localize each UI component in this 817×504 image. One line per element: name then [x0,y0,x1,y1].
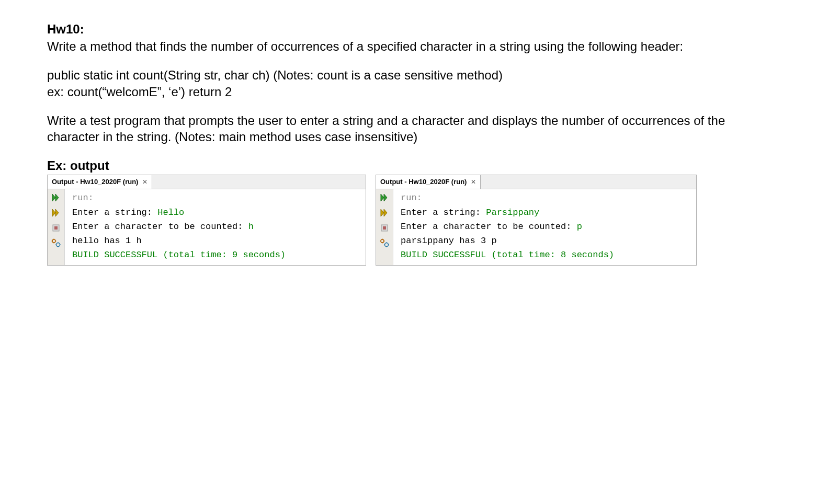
build-status: BUILD SUCCESSFUL (total time: 8 seconds) [401,250,614,260]
prompt-string: Enter a string: [401,208,486,217]
svg-marker-16 [381,194,384,201]
example-output-label: Ex: output [47,157,770,174]
rerun-icon[interactable] [49,206,63,220]
svg-marker-17 [384,194,387,201]
input-char: p [577,222,582,232]
console-toolbar [48,189,65,265]
stop-icon[interactable] [49,221,63,235]
tab-bar: Output - Hw10_2020F (run) ✕ [376,175,696,189]
run-label: run: [401,193,422,203]
svg-marker-19 [384,209,387,216]
output-tab[interactable]: Output - Hw10_2020F (run) ✕ [48,175,152,189]
output-panels: Output - Hw10_2020F (run) ✕ [47,175,770,266]
svg-rect-21 [383,226,386,230]
run-label: run: [72,193,94,203]
example-call: ex: count(“welcomE”, ‘e’) return 2 [47,85,232,99]
method-signature: public static int count(String str, char… [47,68,503,82]
instructions-paragraph: Write a test program that prompts the us… [47,112,770,145]
prompt-char: Enter a character to be counted: [401,222,577,232]
svg-marker-1 [55,194,59,201]
run-icon[interactable] [49,191,63,204]
svg-marker-2 [52,209,55,216]
svg-point-27 [385,243,389,247]
intro-paragraph: Write a method that finds the number of … [47,38,770,54]
output-tab[interactable]: Output - Hw10_2020F (run) ✕ [376,175,481,189]
input-char: h [248,222,254,232]
svg-point-22 [381,239,384,243]
input-string: Hello [157,208,184,217]
assignment-title: Hw10: [47,21,770,37]
close-icon[interactable]: ✕ [142,178,147,187]
tab-bar: Output - Hw10_2020F (run) ✕ [48,175,366,189]
result-line: parsippany has 3 p [401,236,497,246]
output-panel-2: Output - Hw10_2020F (run) ✕ [376,175,697,266]
svg-rect-5 [54,226,58,230]
tab-label: Output - Hw10_2020F (run) [52,178,138,187]
run-icon[interactable] [378,191,391,204]
console-output: run: Enter a string: Hello Enter a chara… [65,189,290,265]
stop-icon[interactable] [378,221,391,235]
svg-marker-3 [55,209,59,216]
prompt-char: Enter a character to be counted: [72,222,248,232]
console-toolbar [376,189,393,265]
close-icon[interactable]: ✕ [471,178,476,187]
settings-icon[interactable] [49,236,63,250]
settings-icon[interactable] [378,236,391,250]
tab-label: Output - Hw10_2020F (run) [380,178,467,187]
svg-marker-18 [381,209,384,216]
result-line: hello has 1 h [72,236,142,246]
build-status: BUILD SUCCESSFUL (total time: 9 seconds) [72,250,286,260]
prompt-string: Enter a string: [72,208,157,217]
output-panel-1: Output - Hw10_2020F (run) ✕ [47,175,366,266]
svg-point-11 [56,243,60,247]
svg-marker-0 [52,194,55,201]
console-output: run: Enter a string: Parsippany Enter a … [393,189,618,265]
rerun-icon[interactable] [378,206,391,220]
signature-block: public static int count(String str, char… [47,67,770,99]
input-string: Parsippany [486,208,539,217]
svg-point-6 [52,239,55,243]
